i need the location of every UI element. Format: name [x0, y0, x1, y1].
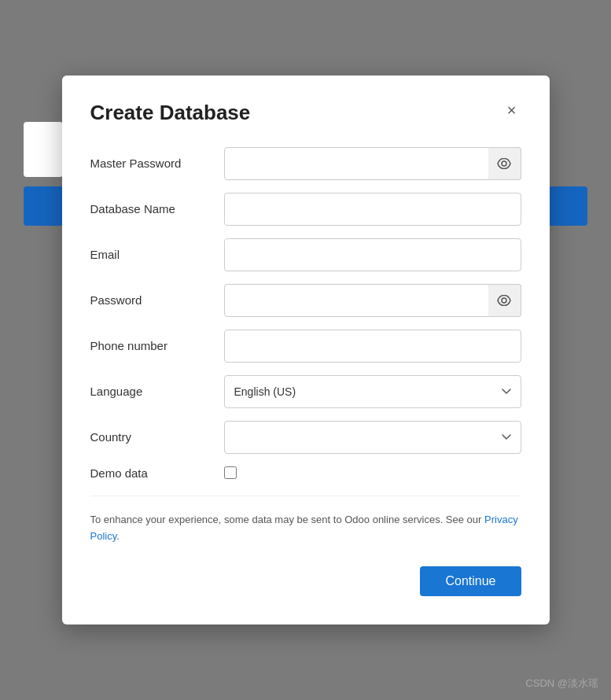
master-password-input[interactable] — [224, 147, 521, 180]
country-wrap — [224, 421, 521, 454]
modal-title: Create Database — [90, 101, 251, 125]
database-name-wrap — [224, 193, 521, 226]
phone-number-label: Phone number — [90, 339, 224, 352]
email-input[interactable] — [224, 238, 521, 271]
create-database-modal: Create Database × Master Password Databa… — [62, 76, 550, 625]
watermark: CSDN @淡水瑶 — [525, 676, 598, 691]
eye-icon — [497, 295, 511, 306]
continue-button[interactable]: Continue — [420, 566, 521, 596]
phone-number-input[interactable] — [224, 330, 521, 363]
bg-element-left — [24, 122, 63, 177]
country-select[interactable] — [224, 421, 521, 454]
email-wrap — [224, 238, 521, 271]
eye-icon — [497, 158, 511, 169]
close-button[interactable]: × — [502, 101, 521, 120]
demo-data-label: Demo data — [90, 466, 224, 480]
phone-number-row: Phone number — [90, 330, 521, 363]
database-name-label: Database Name — [90, 202, 224, 216]
language-label: Language — [90, 385, 224, 398]
language-row: Language English (US) French (FR) Spanis… — [90, 375, 521, 408]
language-wrap: English (US) French (FR) Spanish (ES) Ge… — [224, 375, 521, 408]
privacy-text-before: To enhance your experience, some data ma… — [90, 514, 482, 525]
password-wrap — [224, 284, 521, 317]
privacy-text-after: . — [116, 530, 120, 542]
language-select[interactable]: English (US) French (FR) Spanish (ES) Ge… — [224, 375, 521, 408]
modal-header: Create Database × — [90, 101, 521, 125]
password-eye-button[interactable] — [488, 284, 521, 317]
master-password-wrap — [224, 147, 521, 180]
country-row: Country — [90, 421, 521, 454]
master-password-eye-button[interactable] — [488, 147, 521, 180]
svg-point-0 — [502, 161, 506, 166]
privacy-section: To enhance your experience, some data ma… — [90, 496, 521, 545]
svg-point-1 — [502, 298, 506, 303]
email-label: Email — [90, 248, 224, 261]
password-label: Password — [90, 293, 224, 307]
demo-data-checkbox[interactable] — [224, 466, 237, 479]
bg-button-right — [548, 186, 587, 226]
modal-footer: Continue — [90, 566, 521, 596]
database-name-input[interactable] — [224, 193, 521, 226]
database-name-row: Database Name — [90, 193, 521, 226]
master-password-label: Master Password — [90, 157, 224, 170]
country-label: Country — [90, 430, 224, 444]
phone-number-wrap — [224, 330, 521, 363]
master-password-row: Master Password — [90, 147, 521, 180]
password-input[interactable] — [224, 284, 521, 317]
password-row: Password — [90, 284, 521, 317]
email-row: Email — [90, 238, 521, 271]
bg-button-left — [24, 186, 63, 226]
demo-data-row: Demo data — [90, 466, 521, 480]
